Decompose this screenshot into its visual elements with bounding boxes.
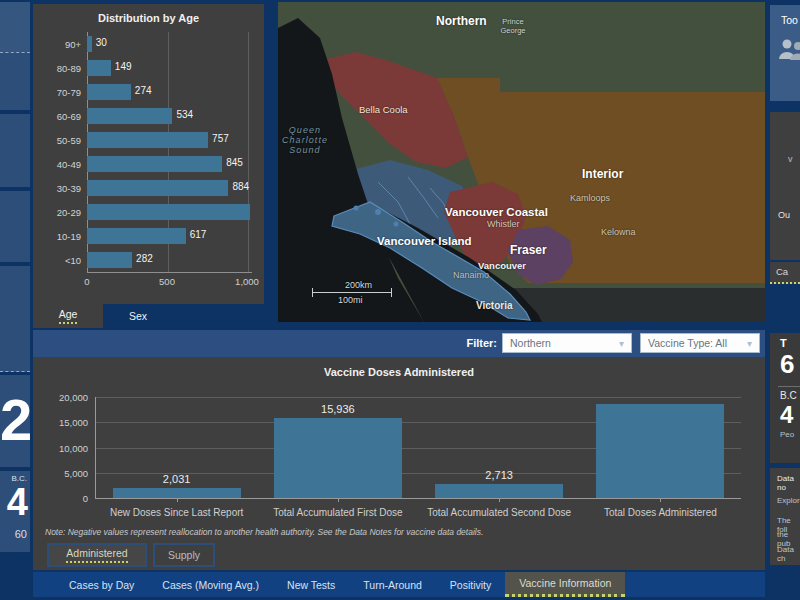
tab-age[interactable]: Age — [33, 304, 103, 328]
vaccine-type-value: Vaccine Type: All — [648, 337, 727, 349]
people-icon — [777, 35, 800, 65]
doses-category-label: Total Doses Administered — [580, 507, 741, 518]
age-bar[interactable]: 534 — [87, 108, 172, 124]
vaccine-doses-panel: Vaccine Doses Administered 20,00015,0001… — [33, 357, 765, 570]
right-card-1: Too — [770, 5, 800, 101]
age-bar-row: 20-29 — [41, 200, 259, 224]
doses-x-tick — [338, 498, 339, 502]
right-card-2-fragment-2: Ou — [778, 210, 790, 220]
tab-vaccine-information[interactable]: Vaccine Information — [505, 572, 625, 597]
age-bar[interactable] — [87, 204, 250, 220]
doses-bar[interactable]: 15,936 — [274, 418, 402, 498]
map-small-island — [354, 206, 359, 211]
doses-bar-value: 2,031 — [163, 473, 191, 485]
tab-turn-around[interactable]: Turn-Around — [349, 572, 436, 597]
doses-y-tick-label: 20,000 — [59, 392, 88, 403]
age-bar-value: 845 — [226, 157, 243, 168]
left-card-4 — [0, 191, 30, 262]
tab-administered[interactable]: Administered — [47, 543, 147, 567]
age-bar[interactable]: 30 — [87, 36, 92, 52]
age-bar-row: 90+30 — [41, 32, 259, 56]
age-bar-row: 70-79274 — [41, 80, 259, 104]
age-bar-value: 30 — [96, 37, 107, 48]
region-filter-value: Northern — [510, 337, 551, 349]
map-label-northern: Northern — [436, 14, 487, 28]
right-card-2: v Ou — [770, 112, 800, 260]
doses-y-tick-label: 15,000 — [59, 417, 88, 428]
age-category-label: 20-29 — [41, 207, 87, 218]
age-bar-row: 60-69534 — [41, 104, 259, 128]
tab-cases-moving-avg[interactable]: Cases (Moving Avg.) — [148, 572, 273, 597]
left-card-1 — [0, 2, 30, 53]
age-bar-value: 149 — [115, 61, 132, 72]
doses-x-tick — [177, 498, 178, 502]
doses-y-tick-label: 0 — [83, 493, 88, 504]
age-bar-row: 50-59757 — [41, 128, 259, 152]
map-label-victoria: Victoria — [476, 300, 513, 311]
tab-sex[interactable]: Sex — [103, 304, 173, 328]
doses-bar[interactable] — [596, 404, 724, 498]
age-bar-row: 30-39884 — [41, 176, 259, 200]
left-bc-sub: 60 — [15, 528, 27, 540]
left-card-big-number: 2 — [0, 375, 30, 467]
age-bar[interactable]: 845 — [87, 156, 222, 172]
map-scale-mi: 100mi — [338, 295, 363, 305]
health-authority-map[interactable]: Northern Prince George Bella Coola Queen… — [278, 2, 765, 322]
doses-bar-value: 2,713 — [485, 469, 513, 481]
map-label-vancouver-island: Vancouver Island — [377, 235, 472, 247]
map-label-prince-george: Prince George — [492, 17, 534, 35]
map-label-interior: Interior — [582, 167, 623, 181]
age-category-label: 40-49 — [41, 159, 87, 170]
dashboard-screen: 2 B.C. 4 60 Distribution by Age 90+3080-… — [0, 0, 800, 600]
age-x-axis: 05001,000 — [87, 276, 251, 290]
age-bar-row: <10282 — [41, 248, 259, 272]
filter-label: Filter: — [440, 330, 497, 357]
map-label-nanaimo: Nanaimo — [453, 270, 489, 280]
age-bar-value: 282 — [136, 253, 153, 264]
map-label-kamloops: Kamloops — [570, 193, 610, 203]
tab-positivity[interactable]: Positivity — [436, 572, 505, 597]
right-card-2-fragment-1: v — [788, 154, 793, 164]
chevron-down-icon: ▾ — [619, 338, 624, 349]
age-chart: 90+3080-8914970-7927460-6953450-5975740-… — [41, 32, 259, 272]
age-bar[interactable]: 884 — [87, 180, 228, 196]
doses-x-tick — [499, 498, 500, 502]
age-category-label: 60-69 — [41, 111, 87, 122]
age-chart-rows: 90+3080-8914970-7927460-6953450-5975740-… — [41, 32, 259, 272]
filter-bar: Filter: Northern ▾ Vaccine Type: All ▾ — [33, 330, 765, 357]
age-bar[interactable]: 757 — [87, 132, 208, 148]
age-bar[interactable]: 617 — [87, 228, 186, 244]
left-card-3 — [0, 114, 30, 187]
doses-note: Note: Negative values represent realloca… — [45, 527, 483, 537]
age-category-label: <10 — [41, 255, 87, 266]
age-x-tick-label: 1,000 — [235, 276, 259, 287]
age-bar[interactable]: 274 — [87, 84, 131, 100]
tab-new-tests[interactable]: New Tests — [273, 572, 349, 597]
vaccine-type-dropdown[interactable]: Vaccine Type: All ▾ — [640, 333, 760, 353]
age-x-tick-label: 500 — [159, 276, 175, 287]
map-label-queen-charlotte-sound: Queen Charlotte Sound — [276, 125, 334, 155]
tab-cases-by-day[interactable]: Cases by Day — [55, 572, 148, 597]
age-category-label: 50-59 — [41, 135, 87, 146]
doses-bar[interactable]: 2,031 — [113, 488, 241, 498]
right-card-2-tab[interactable]: Ca — [770, 262, 800, 284]
age-category-label: 30-39 — [41, 183, 87, 194]
doses-category-label: Total Accumulated Second Dose — [419, 507, 580, 518]
age-bar-value: 534 — [176, 109, 193, 120]
age-bar[interactable]: 282 — [87, 252, 132, 268]
bottom-tab-bar: Cases by Day Cases (Moving Avg.) New Tes… — [33, 572, 765, 597]
map-scale-km: 200km — [345, 280, 372, 290]
age-category-label: 70-79 — [41, 87, 87, 98]
age-bar-value: 617 — [190, 229, 207, 240]
age-bar-row: 40-49845 — [41, 152, 259, 176]
tab-supply[interactable]: Supply — [153, 543, 215, 567]
divider — [778, 386, 800, 387]
map-canvas[interactable] — [278, 2, 765, 322]
age-panel-title: Distribution by Age — [33, 12, 264, 24]
age-bar[interactable]: 149 — [87, 60, 111, 76]
age-bar-row: 80-89149 — [41, 56, 259, 80]
left-big-number: 2 — [0, 375, 30, 465]
age-category-label: 10-19 — [41, 231, 87, 242]
region-filter-dropdown[interactable]: Northern ▾ — [502, 333, 632, 353]
doses-bar[interactable]: 2,713 — [435, 484, 563, 498]
